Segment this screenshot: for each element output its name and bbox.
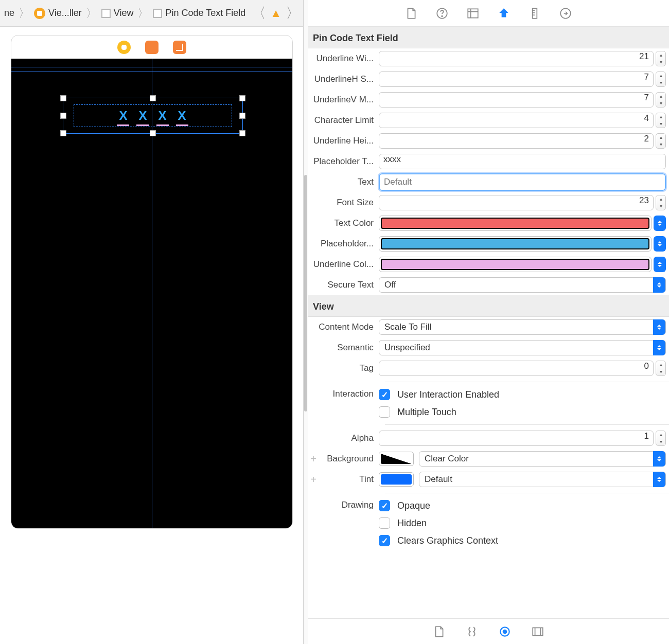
hidden-checkbox[interactable] xyxy=(379,517,390,529)
crumb-pincode[interactable]: Pin Code Text Field xyxy=(152,8,247,19)
resize-handle[interactable] xyxy=(239,130,245,136)
file-template-tab[interactable] xyxy=(432,625,446,638)
background-select[interactable]: Clear Color xyxy=(419,451,666,467)
prev-issue-button[interactable]: 〈 xyxy=(252,4,266,23)
svg-point-1 xyxy=(442,15,443,16)
crumb-scene[interactable]: ne xyxy=(3,8,15,19)
tint-select[interactable]: Default xyxy=(419,472,666,487)
checkbox-label: Clears Graphics Context xyxy=(397,535,498,546)
stepper[interactable]: ▴▾ xyxy=(656,133,666,149)
prop-label: Interaction xyxy=(308,387,379,399)
divider xyxy=(385,424,669,425)
prop-label: Placeholder T... xyxy=(308,156,379,167)
library-tabbar xyxy=(308,618,669,644)
identity-inspector-tab[interactable] xyxy=(466,7,480,20)
resize-handle[interactable] xyxy=(60,95,66,101)
prop-label: Tag xyxy=(308,363,379,373)
stop-icon[interactable] xyxy=(117,41,131,54)
stepper[interactable]: ▴▾ xyxy=(656,431,666,446)
next-issue-button[interactable]: 〉 xyxy=(286,4,300,23)
semantic-select[interactable]: Unspecified xyxy=(379,340,666,355)
underline-height-input[interactable]: 2 xyxy=(379,133,654,149)
tint-color-well[interactable] xyxy=(379,472,414,487)
svg-rect-2 xyxy=(468,9,478,17)
character-limit-input[interactable]: 4 xyxy=(379,113,654,128)
stepper[interactable]: ▴▾ xyxy=(656,113,666,128)
secure-text-select[interactable]: Off xyxy=(379,277,666,293)
stepper[interactable]: ▴▾ xyxy=(656,71,666,87)
cube-icon[interactable] xyxy=(145,41,159,54)
resize-handle[interactable] xyxy=(60,130,66,136)
pane-divider[interactable] xyxy=(304,0,308,644)
alpha-input[interactable]: 1 xyxy=(379,431,654,446)
prop-label: Underline Hei... xyxy=(308,136,379,146)
resize-handle[interactable] xyxy=(239,95,245,101)
prop-label: Underline Col... xyxy=(308,259,379,270)
media-library-tab[interactable] xyxy=(531,625,544,638)
checkbox-label: Multiple Touch xyxy=(397,407,456,418)
stepper[interactable]: ▴▾ xyxy=(656,361,666,376)
code-snippet-tab[interactable] xyxy=(465,625,479,638)
resize-handle[interactable] xyxy=(150,95,156,101)
color-dropdown[interactable] xyxy=(654,257,666,272)
prop-label: UnderlineH S... xyxy=(308,74,379,84)
resize-handle[interactable] xyxy=(239,113,245,119)
content-mode-select[interactable]: Scale To Fill xyxy=(379,319,666,335)
chevron-icon: 〉 xyxy=(16,6,32,21)
scene-toolbar xyxy=(11,35,292,59)
color-dropdown[interactable] xyxy=(654,236,666,252)
prop-label: Tint xyxy=(319,474,379,485)
export-icon[interactable] xyxy=(173,41,186,54)
stepper[interactable]: ▴▾ xyxy=(656,195,666,210)
warning-icon[interactable]: ▲ xyxy=(270,7,281,20)
prop-label: Text xyxy=(308,177,379,187)
prop-label: UnderlineV M... xyxy=(308,95,379,105)
stepper[interactable]: ▴▾ xyxy=(656,51,666,66)
add-icon[interactable]: + xyxy=(308,474,319,486)
user-interaction-checkbox[interactable] xyxy=(379,389,390,400)
canvas-pane: ne 〉 Vie...ller 〉 View 〉 Pin Code Text F… xyxy=(0,0,304,644)
prop-label: Character Limit xyxy=(308,115,379,126)
placeholder-char: X xyxy=(138,109,147,123)
viewcontroller-icon xyxy=(34,8,45,19)
placeholder-text-input[interactable]: xxxx xyxy=(379,154,666,169)
size-inspector-tab[interactable] xyxy=(528,7,541,20)
crumb-viewcontroller[interactable]: Vie...ller xyxy=(33,8,83,19)
stepper[interactable]: ▴▾ xyxy=(656,92,666,108)
resize-handle[interactable] xyxy=(150,130,156,136)
canvas[interactable]: X X X X xyxy=(0,27,303,644)
text-color-well[interactable] xyxy=(379,216,652,231)
inspector-tabbar xyxy=(308,0,669,27)
underline-color-well[interactable] xyxy=(379,257,652,272)
device-screen[interactable]: X X X X xyxy=(11,59,292,528)
text-input[interactable] xyxy=(379,173,666,191)
opaque-checkbox[interactable] xyxy=(379,500,390,511)
background-color-well[interactable] xyxy=(379,452,414,466)
crumb-view[interactable]: View xyxy=(100,8,135,19)
underline-width-input[interactable]: 21 xyxy=(379,51,654,66)
placeholder-color-well[interactable] xyxy=(379,236,652,252)
add-icon[interactable]: + xyxy=(308,453,319,465)
connections-inspector-tab[interactable] xyxy=(559,7,572,20)
help-inspector-tab[interactable] xyxy=(435,7,449,20)
underline-hspacing-input[interactable]: 7 xyxy=(379,71,654,87)
resize-handle[interactable] xyxy=(60,113,66,119)
file-inspector-tab[interactable] xyxy=(404,7,418,20)
view-icon xyxy=(101,9,111,18)
prop-label: Semantic xyxy=(308,343,379,353)
clears-graphics-checkbox[interactable] xyxy=(379,535,390,546)
font-size-input[interactable]: 23 xyxy=(379,195,654,210)
placeholder-char: X xyxy=(119,109,127,123)
chevron-icon: 〉 xyxy=(84,6,99,21)
multiple-touch-checkbox[interactable] xyxy=(379,406,390,418)
section-title: Pin Code Text Field xyxy=(308,27,669,48)
tag-input[interactable]: 0 xyxy=(379,361,654,376)
divider xyxy=(385,382,669,382)
selection-box[interactable]: X X X X xyxy=(63,98,243,134)
object-library-tab[interactable] xyxy=(498,625,512,638)
color-dropdown[interactable] xyxy=(654,216,666,231)
attributes-inspector-tab[interactable] xyxy=(497,7,510,20)
underline-vmargin-input[interactable]: 7 xyxy=(379,92,654,108)
scrollbar-thumb[interactable] xyxy=(304,175,307,412)
prop-label: Placeholder... xyxy=(308,239,379,249)
